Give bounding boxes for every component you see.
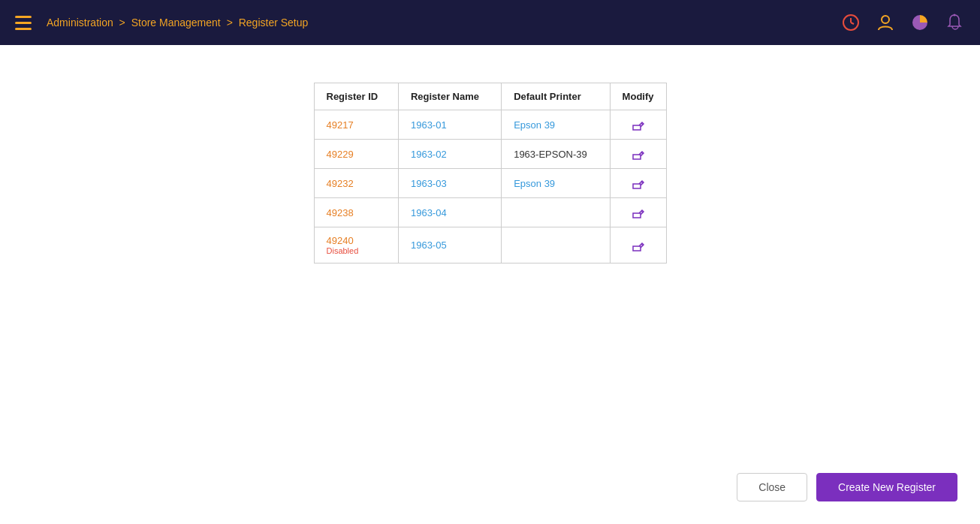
svg-line-2 [851, 23, 854, 24]
svg-rect-11 [633, 213, 641, 218]
table-row: 49240Disabled1963-05 [314, 227, 666, 264]
svg-point-4 [954, 14, 956, 17]
table-row: 492171963-01Epson 39 [314, 110, 666, 140]
register-table: Register ID Register Name Default Printe… [314, 83, 667, 264]
edit-button[interactable] [623, 176, 654, 190]
register-id-cell: 49232 [314, 169, 398, 198]
register-name-cell: 1963-02 [398, 140, 501, 169]
table-row: 492381963-04 [314, 198, 666, 227]
register-name-link[interactable]: 1963-03 [411, 178, 447, 189]
printer-cell [502, 198, 610, 227]
printer-cell [502, 227, 610, 264]
printer-cell: Epson 39 [502, 169, 610, 198]
col-header-modify: Modify [610, 83, 666, 110]
navbar-right [840, 12, 965, 33]
register-id-cell: 49229 [314, 140, 398, 169]
navbar-left: Administration > Store Management > Regi… [15, 16, 308, 30]
table-row: 492291963-021963-EPSON-39 [314, 140, 666, 169]
svg-rect-5 [633, 125, 641, 130]
bell-icon[interactable] [944, 12, 965, 33]
breadcrumb-register-setup: Register Setup [239, 17, 309, 29]
modify-cell [610, 110, 666, 140]
register-id-cell: 49240Disabled [314, 227, 398, 264]
svg-rect-9 [633, 184, 641, 188]
printer-text: Epson 39 [514, 178, 555, 189]
close-button[interactable]: Close [737, 473, 807, 501]
breadcrumb-sep1: > [119, 17, 128, 29]
modify-cell [610, 140, 666, 169]
modify-cell [610, 227, 666, 264]
register-name-cell: 1963-05 [398, 227, 501, 264]
register-id-link[interactable]: 49238 [327, 207, 354, 218]
modify-cell [610, 198, 666, 227]
printer-text: 1963-EPSON-39 [514, 149, 587, 160]
footer-buttons: Close Create New Register [737, 473, 957, 501]
disabled-badge: Disabled [327, 246, 386, 255]
register-name-link[interactable]: 1963-01 [411, 119, 447, 131]
navbar: Administration > Store Management > Regi… [0, 0, 980, 45]
edit-button[interactable] [623, 118, 654, 131]
register-id-cell: 49217 [314, 110, 398, 140]
chart-icon[interactable] [909, 12, 930, 33]
register-name-link[interactable]: 1963-05 [411, 239, 447, 251]
hamburger-menu-button[interactable] [15, 16, 32, 30]
svg-point-3 [882, 16, 889, 23]
register-id-link[interactable]: 49232 [327, 178, 354, 189]
col-header-default-printer: Default Printer [502, 83, 610, 110]
col-header-register-id: Register ID [314, 83, 398, 110]
register-id-cell: 49238 [314, 198, 398, 227]
svg-rect-13 [633, 246, 641, 251]
breadcrumb-admin[interactable]: Administration [47, 17, 113, 29]
register-id-link[interactable]: 49217 [327, 119, 354, 131]
table-row: 492321963-03Epson 39 [314, 169, 666, 198]
edit-button[interactable] [623, 147, 654, 161]
register-name-cell: 1963-01 [398, 110, 501, 140]
register-name-cell: 1963-04 [398, 198, 501, 227]
breadcrumb-sep2: > [227, 17, 236, 29]
modify-cell [610, 169, 666, 198]
printer-cell: 1963-EPSON-39 [502, 140, 610, 169]
edit-button[interactable] [623, 206, 654, 219]
breadcrumb: Administration > Store Management > Regi… [47, 17, 308, 29]
printer-text: Epson 39 [514, 119, 555, 131]
clock-icon[interactable] [840, 12, 861, 33]
register-name-link[interactable]: 1963-02 [411, 149, 447, 160]
edit-button[interactable] [623, 239, 654, 252]
register-name-cell: 1963-03 [398, 169, 501, 198]
col-header-register-name: Register Name [398, 83, 501, 110]
user-icon[interactable] [875, 12, 896, 33]
register-id-link[interactable]: 49240 [327, 235, 354, 246]
svg-rect-7 [633, 155, 641, 159]
register-id-link[interactable]: 49229 [327, 149, 354, 160]
register-name-link[interactable]: 1963-04 [411, 207, 447, 218]
create-new-register-button[interactable]: Create New Register [816, 473, 957, 501]
breadcrumb-store[interactable]: Store Management [131, 17, 221, 29]
main-content: Register ID Register Name Default Printe… [0, 45, 980, 524]
printer-cell: Epson 39 [502, 110, 610, 140]
